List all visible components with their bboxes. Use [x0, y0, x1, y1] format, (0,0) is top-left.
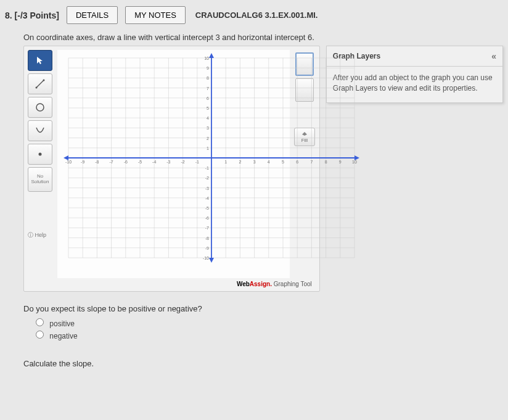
mynotes-button[interactable]: MY NOTES [125, 6, 186, 24]
coordinate-grid[interactable]: -10-10-9-9-8-8-7-7-6-6-5-5-4-4-3-3-2-2-1… [57, 50, 290, 278]
graph-footer: WebAssign. Graphing Tool [28, 278, 316, 287]
svg-text:8: 8 [207, 76, 209, 80]
svg-text:8: 8 [325, 160, 327, 164]
svg-text:10: 10 [204, 56, 209, 60]
no-solution-tool[interactable]: No Solution [28, 167, 52, 192]
svg-text:-5: -5 [138, 160, 142, 164]
grid-svg: -10-10-9-9-8-8-7-7-6-6-5-5-4-4-3-3-2-2-1… [63, 53, 359, 263]
svg-text:-6: -6 [124, 160, 128, 164]
graph-toolbar: No Solution ⓘ Help [28, 50, 54, 278]
parabola-tool[interactable] [28, 120, 52, 141]
svg-text:-3: -3 [166, 160, 170, 164]
svg-text:-7: -7 [205, 226, 209, 230]
svg-text:1: 1 [224, 160, 227, 164]
svg-text:-7: -7 [109, 160, 113, 164]
calculate-slope-prompt: Calculate the slope. [23, 359, 503, 368]
svg-text:3: 3 [253, 160, 256, 164]
svg-text:4: 4 [207, 116, 209, 120]
svg-text:-1: -1 [195, 160, 199, 164]
svg-text:-6: -6 [205, 216, 209, 220]
svg-text:9: 9 [207, 66, 209, 70]
svg-text:5: 5 [207, 106, 209, 110]
svg-text:-10: -10 [203, 256, 209, 260]
help-link[interactable]: ⓘ Help [28, 231, 54, 239]
svg-text:-8: -8 [95, 160, 99, 164]
radio-negative-label[interactable]: negative [36, 331, 503, 340]
radio-positive[interactable] [36, 318, 44, 326]
svg-text:-9: -9 [81, 160, 84, 164]
svg-text:7: 7 [310, 160, 313, 164]
svg-text:3: 3 [207, 126, 209, 130]
svg-text:-1: -1 [205, 166, 209, 170]
svg-text:-2: -2 [181, 160, 184, 164]
svg-marker-49 [209, 53, 214, 58]
svg-text:6: 6 [207, 96, 209, 101]
svg-text:-4: -4 [205, 196, 209, 200]
svg-text:-4: -4 [152, 160, 156, 164]
collapse-icon[interactable]: « [491, 51, 496, 61]
svg-text:-9: -9 [205, 246, 209, 250]
question-number: 8. [5, 10, 12, 20]
slope-sign-prompt: Do you expect its slope to be positive o… [23, 304, 503, 313]
line-tool[interactable] [28, 73, 52, 94]
svg-text:9: 9 [339, 160, 342, 164]
svg-marker-50 [209, 258, 214, 263]
radio-positive-label[interactable]: positive [36, 318, 503, 328]
reference-code: CRAUDCOLALG6 3.1.EX.001.MI. [195, 10, 318, 20]
svg-text:7: 7 [207, 86, 209, 91]
svg-text:2: 2 [239, 160, 241, 164]
svg-text:4: 4 [268, 160, 270, 164]
instruction-text: On coordinate axes, draw a line with ver… [23, 33, 503, 42]
svg-text:6: 6 [296, 160, 298, 164]
svg-text:5: 5 [282, 160, 284, 164]
point-tool[interactable] [28, 144, 52, 165]
pointer-tool[interactable] [28, 50, 52, 71]
svg-text:-2: -2 [205, 176, 209, 180]
svg-line-0 [36, 80, 44, 88]
svg-text:-3: -3 [205, 186, 209, 191]
svg-point-1 [36, 87, 38, 89]
svg-point-3 [36, 104, 44, 111]
svg-point-4 [39, 153, 42, 156]
svg-text:1: 1 [207, 146, 209, 150]
svg-point-2 [43, 80, 45, 81]
svg-text:-8: -8 [205, 236, 209, 241]
radio-negative[interactable] [36, 331, 44, 339]
details-button[interactable]: DETAILS [67, 6, 118, 24]
svg-text:-5: -5 [205, 206, 209, 210]
svg-text:2: 2 [207, 136, 209, 141]
svg-text:10: 10 [352, 160, 357, 164]
svg-text:-10: -10 [65, 160, 72, 164]
circle-tool[interactable] [28, 97, 52, 118]
question-points: [-/3 Points] [15, 10, 59, 20]
graphing-tool: No Solution ⓘ Help -10-10-9- [23, 46, 320, 292]
